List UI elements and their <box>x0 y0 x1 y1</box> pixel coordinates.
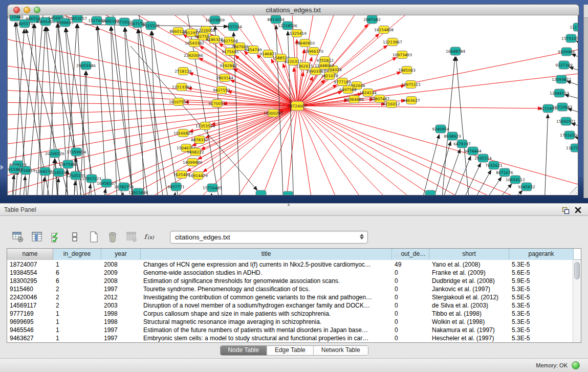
graph-edge[interactable] <box>297 106 571 195</box>
table-cell[interactable]: Yano et al. (2008) <box>429 260 509 269</box>
graph-node[interactable]: 15751074 <box>561 34 578 42</box>
graph-edge[interactable] <box>297 46 578 106</box>
graph-node-selected[interactable]: 16914479 <box>188 172 208 180</box>
graph-node-selected[interactable]: 9498222 <box>187 148 204 156</box>
graph-node[interactable]: 8471676 <box>496 168 513 177</box>
graph-node[interactable]: 10654112 <box>506 176 525 184</box>
graph-edge[interactable] <box>138 29 145 195</box>
table-cell[interactable]: 1997 <box>101 326 141 334</box>
table-row[interactable]: 2242004622012Investigating the contribut… <box>7 293 573 301</box>
graph-node[interactable]: 12923448 <box>128 188 148 195</box>
column-header-pagerank[interactable]: pagerank <box>509 249 574 260</box>
graph-node[interactable]: 9240954 <box>432 125 449 133</box>
graph-edge[interactable] <box>101 189 105 195</box>
select-functions-icon[interactable] <box>49 230 62 244</box>
graph-node[interactable]: 2087682 <box>363 15 381 24</box>
table-cell[interactable]: Nakamura et al. (1997) <box>429 326 509 334</box>
graph-node[interactable]: 15716485 <box>203 184 222 192</box>
table-cell[interactable]: 5.9E-5 <box>509 277 573 285</box>
graph-node-selected[interactable]: 6497568 <box>339 86 357 94</box>
table-cell[interactable]: Stergiakouli et al. (2012) <box>429 293 509 301</box>
table-cell[interactable]: Corpus callosum shape and size in male p… <box>141 310 392 318</box>
delete-column-icon[interactable] <box>106 230 119 244</box>
graph-node[interactable] <box>425 190 435 195</box>
graph-node-selected[interactable]: 12213967 <box>383 38 402 46</box>
graph-edge[interactable] <box>571 123 578 132</box>
graph-node-selected[interactable]: 18640910 <box>295 39 315 47</box>
graph-node[interactable] <box>256 190 266 195</box>
table-cell[interactable]: 5.3E-5 <box>509 334 573 342</box>
graph-edge[interactable] <box>297 106 438 195</box>
float-panel-icon[interactable] <box>561 206 570 214</box>
function-builder-icon[interactable]: f (x) <box>144 230 157 244</box>
graph-node-selected[interactable]: 14099489 <box>183 159 202 166</box>
column-header-title[interactable]: title <box>141 249 392 260</box>
table-row[interactable]: 969969511998Structural magnetic resonanc… <box>7 318 573 326</box>
graph-node[interactable]: 8813054 <box>267 15 285 24</box>
graph-node-selected[interactable]: 2803144 <box>216 74 233 82</box>
table-row[interactable]: 1938455462009Genome-wide association stu… <box>7 269 573 277</box>
table-cell[interactable]: 2008 <box>101 260 141 269</box>
table-scrollbar[interactable] <box>573 260 581 342</box>
table-cell[interactable]: 49 <box>392 260 429 269</box>
graph-edge[interactable] <box>171 192 175 195</box>
table-cell[interactable]: 22420046 <box>7 293 53 301</box>
table-cell[interactable]: 1 <box>53 310 101 318</box>
table-cell[interactable]: 1 <box>53 334 101 342</box>
table-cell[interactable]: Structural magnetic resonance image aver… <box>141 318 392 326</box>
graph-node[interactable]: 20206526 <box>45 149 64 158</box>
table-cell[interactable]: 9699695 <box>7 318 53 326</box>
graph-edge[interactable] <box>572 54 578 64</box>
network-canvas[interactable]: 1830029586601288912954122260589827503818… <box>7 15 578 195</box>
table-cell[interactable]: 2009 <box>101 269 141 277</box>
table-cell[interactable]: Jankovic et al. (1997) <box>429 285 509 293</box>
graph-node-selected[interactable]: 11353534 <box>195 122 215 130</box>
table-cell[interactable]: 1 <box>53 260 101 269</box>
table-cell[interactable]: 9777169 <box>7 310 53 318</box>
resize-grip-icon[interactable] <box>570 187 577 194</box>
table-row[interactable]: 1872400712008Changes of HCN gene express… <box>7 260 573 269</box>
table-cell[interactable]: 2003 <box>101 301 141 310</box>
graph-edge[interactable] <box>151 31 159 195</box>
table-cell[interactable]: 2 <box>53 293 101 301</box>
table-cell[interactable]: 0 <box>392 285 429 293</box>
graph-edge[interactable] <box>567 81 578 91</box>
table-cell[interactable]: 0 <box>392 310 429 318</box>
table-row[interactable]: 946362711997Embryonic stem cells: a mode… <box>7 334 573 342</box>
graph-node[interactable]: 9474444 <box>464 147 482 155</box>
table-cell[interactable]: Investigating the contribution of common… <box>141 293 392 301</box>
table-row[interactable]: 946554611997Estimation of the future num… <box>7 326 573 334</box>
tab-edge-table[interactable]: Edge Table <box>267 346 313 355</box>
table-cell[interactable]: 2 <box>53 285 101 293</box>
table-cell[interactable]: 5.3E-5 <box>509 285 573 293</box>
graph-node-selected[interactable]: 6216012 <box>383 100 400 108</box>
hidden-panel-arrow-icon[interactable] <box>1 165 4 170</box>
graph-node-selected[interactable]: 12975115 <box>401 81 421 89</box>
table-cell[interactable]: 18300295 <box>7 277 53 285</box>
row-options-icon[interactable] <box>68 230 81 244</box>
table-cell[interactable]: 1998 <box>101 310 141 318</box>
table-selector-dropdown[interactable]: citations_edges.txt <box>170 231 368 244</box>
table-cell[interactable]: 2 <box>53 301 101 310</box>
table-cell[interactable]: 2008 <box>101 277 141 285</box>
graph-edge[interactable] <box>203 106 297 172</box>
graph-node-selected[interactable]: 22420046 <box>184 52 203 59</box>
table-cell[interactable]: 1 <box>53 318 101 326</box>
graph-node-selected[interactable]: 9242843 <box>220 62 237 70</box>
graph-node-selected[interactable]: 20364486 <box>344 96 364 103</box>
table-cell[interactable]: Embryonic stem cells: a model to study s… <box>141 334 392 342</box>
table-cell[interactable]: Disruption of a novel member of a sodium… <box>141 301 392 310</box>
table-cell[interactable]: 5.3E-5 <box>509 310 573 318</box>
column-header-short[interactable]: short <box>429 249 509 260</box>
tab-node-table[interactable]: Node Table <box>220 346 267 355</box>
graph-edge[interactable] <box>10 175 14 195</box>
table-cell[interactable]: de Silva et al. (2003) <box>429 301 509 310</box>
graph-node-selected[interactable]: 9175685 <box>222 48 239 56</box>
table-cell[interactable]: Estimation of the future numbers of pati… <box>141 326 392 334</box>
graph-node-selected[interactable]: 7485063 <box>398 67 416 74</box>
table-row[interactable]: 1456911722003Disruption of a novel membe… <box>7 301 573 310</box>
table-cell[interactable]: Tibbo et al. (1998) <box>429 310 509 318</box>
graph-node[interactable]: 9457771 <box>167 183 185 191</box>
graph-edge[interactable] <box>130 46 257 190</box>
table-cell[interactable]: 6 <box>53 277 101 285</box>
